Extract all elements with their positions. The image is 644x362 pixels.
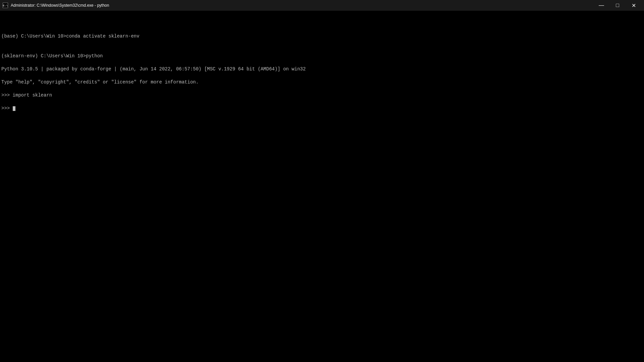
window-title: Administrator: C:\Windows\System32\cmd.e… [11,3,109,8]
terminal-cursor [13,106,15,111]
title-bar-left: C:\ Administrator: C:\Windows\System32\c… [3,3,109,8]
terminal-line-6: >>> import sklearn [1,92,643,99]
title-bar: C:\ Administrator: C:\Windows\System32\c… [0,0,644,11]
terminal-body[interactable]: (base) C:\Users\Win 10>conda activate sk… [0,11,644,362]
minimize-button[interactable]: — [594,0,609,11]
terminal-prompt: >>> [1,106,13,111]
terminal-line-4: Python 3.10.5 | packaged by conda-forge … [1,66,643,73]
terminal-line-3: (sklearn-env) C:\Users\Win 10>python [1,53,643,60]
terminal-line-5: Type "help", "copyright", "credits" or "… [1,79,643,86]
title-bar-controls: — □ ✕ [594,0,641,11]
cmd-window-icon: C:\ [3,3,8,8]
cmd-window: C:\ Administrator: C:\Windows\System32\c… [0,0,644,362]
cmd-icon-graphic: C:\ [3,3,8,8]
terminal-line-1: (base) C:\Users\Win 10>conda activate sk… [1,33,643,40]
maximize-button[interactable]: □ [610,0,625,11]
terminal-prompt-line: >>> [1,105,643,112]
close-button[interactable]: ✕ [626,0,641,11]
